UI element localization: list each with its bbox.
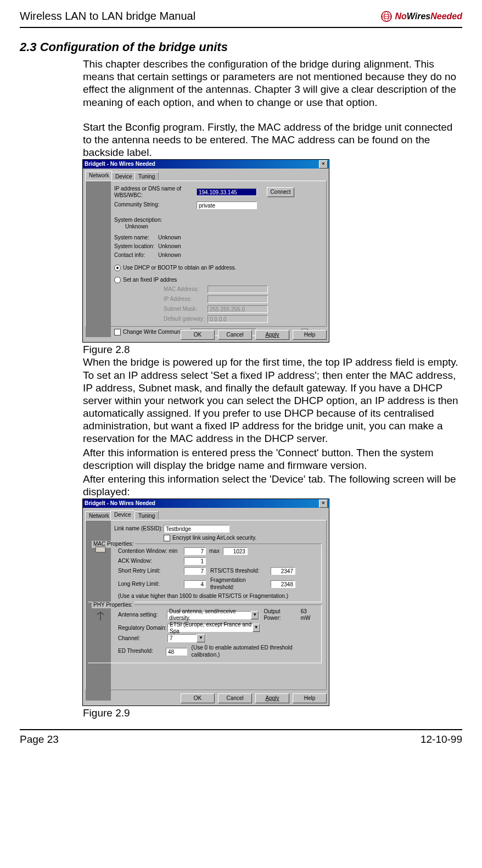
ok-button[interactable]: OK xyxy=(181,693,215,703)
connect-button[interactable]: Connect xyxy=(267,187,294,197)
channel-select[interactable]: 7▼ xyxy=(167,634,206,642)
gateway-input: 0.0.0.0 xyxy=(208,315,268,323)
ip-input[interactable]: 194.109.33.145 xyxy=(197,188,257,196)
link-name-label: Link name (ESSID): xyxy=(114,525,164,532)
svg-rect-6 xyxy=(97,555,104,556)
logo-word-wires: Wires xyxy=(407,12,430,21)
ed-label: ED Threshold: xyxy=(118,648,166,654)
output-power-label: Output Power: xyxy=(264,608,298,621)
ed-input[interactable]: 48 xyxy=(166,648,187,656)
paragraph: When the bridge is powered up for the fi… xyxy=(83,356,462,445)
lrl-label: Long Retry Limit: xyxy=(118,581,184,587)
section-heading: 2.3 Configuration of the bridge units xyxy=(20,40,462,54)
svg-rect-5 xyxy=(99,553,102,555)
chevron-down-icon[interactable]: ▼ xyxy=(197,634,205,642)
radio-dhcp-label: Use DHCP or BOOTP to obtain an IP addres… xyxy=(123,265,236,271)
subnet-input: 255.255.255.0 xyxy=(208,305,268,313)
close-icon[interactable]: × xyxy=(319,500,328,508)
output-power-value: 63 mW xyxy=(301,608,318,621)
community-input[interactable]: private xyxy=(197,201,257,209)
ack-label: ACK Window: xyxy=(118,558,184,564)
encrypt-label: Encrypt link using AirLock security. xyxy=(172,535,256,541)
tab-network[interactable]: Network xyxy=(85,511,113,519)
header-rule xyxy=(20,27,462,28)
globe-icon xyxy=(380,10,393,23)
contact-label: Contact info: xyxy=(114,252,158,259)
chevron-down-icon[interactable]: ▼ xyxy=(251,611,259,619)
window-title: BridgeIt - No Wires Needed xyxy=(85,500,155,507)
subnet-label: Subnet Mask: xyxy=(164,306,208,312)
paragraph: This chapter describes the configuration… xyxy=(83,58,462,109)
svg-rect-4 xyxy=(96,547,105,552)
paragraph: Start the Bconfig program. Firstly, the … xyxy=(83,121,462,159)
page-number: Page 23 xyxy=(20,733,59,746)
radio-fixed-label: Set an fixed IP addres xyxy=(123,277,177,283)
help-button[interactable]: Help xyxy=(293,693,327,703)
tab-device[interactable]: Device xyxy=(110,510,135,519)
radio-dhcp[interactable] xyxy=(114,265,121,271)
ok-button[interactable]: OK xyxy=(181,330,215,340)
contact-value: Unknown xyxy=(158,252,181,259)
cw-min-input[interactable]: 7 xyxy=(184,547,206,555)
tab-tuning[interactable]: Tuning xyxy=(134,511,159,519)
sysdesc-value: Unknown xyxy=(114,223,322,230)
tab-tuning[interactable]: Tuning xyxy=(134,172,159,180)
antenna-label: Antenna setting: xyxy=(118,612,167,618)
mac-note: (Use a value higher than 1600 to disable… xyxy=(118,593,318,600)
write-community-checkbox[interactable] xyxy=(114,329,121,335)
figure-caption: Figure 2.8 xyxy=(83,343,462,356)
logo-word-needed: Needed xyxy=(430,12,462,21)
cancel-button[interactable]: Cancel xyxy=(218,693,252,703)
lrl-input[interactable]: 4 xyxy=(184,580,206,588)
frag-input[interactable]: 2348 xyxy=(271,580,295,588)
apply-button[interactable]: Apply xyxy=(255,330,289,340)
antenna-select[interactable]: Dual antenna, send/receive diversity.▼ xyxy=(167,611,259,619)
help-button[interactable]: Help xyxy=(293,330,327,340)
cw-label: Contention Window: min xyxy=(118,548,184,555)
radio-fixed[interactable] xyxy=(114,277,121,283)
apply-button[interactable]: Apply xyxy=(255,693,289,703)
antenna-icon xyxy=(94,611,107,624)
ipaddr-input xyxy=(208,295,268,303)
window-title: BridgeIt - No Wires Needed xyxy=(85,161,155,167)
ip-label: IP address or DNS name of WBS/WBC: xyxy=(114,186,197,199)
svg-point-7 xyxy=(99,620,102,623)
encrypt-checkbox[interactable] xyxy=(164,535,170,541)
network-icon xyxy=(94,545,107,558)
channel-label: Channel: xyxy=(118,635,167,642)
rts-input[interactable]: 2347 xyxy=(271,567,295,575)
cancel-button[interactable]: Cancel xyxy=(218,330,252,340)
sysdesc-label: System description: xyxy=(114,217,322,223)
dialog-device: BridgeIt - No Wires Needed × Network Dev… xyxy=(83,499,329,705)
footer-rule xyxy=(20,729,462,730)
group-phy-title: PHY Properties: xyxy=(92,602,134,608)
community-label: Community String: xyxy=(114,201,197,208)
sysloc-value: Unknown xyxy=(158,243,181,250)
paragraph: After this information is entered press … xyxy=(83,446,462,472)
cw-max-input[interactable]: 1023 xyxy=(223,547,248,555)
link-name-input[interactable]: Testbridge xyxy=(164,525,229,533)
close-icon[interactable]: × xyxy=(319,160,328,169)
doc-title: Wireless LAN to LAN bridge Manual xyxy=(20,10,195,23)
logo-word-no: No xyxy=(395,12,406,21)
tab-device[interactable]: Device xyxy=(111,172,136,180)
sidebar-accent xyxy=(86,181,111,337)
reg-select[interactable]: ETSI (Europe, except France and Spa▼ xyxy=(167,624,261,632)
srl-input[interactable]: 7 xyxy=(184,567,206,575)
ack-input[interactable]: 1 xyxy=(184,557,206,565)
frag-label: Fragmentation threshold: xyxy=(210,577,271,590)
gateway-label: Default gateway: xyxy=(164,316,208,322)
sysname-label: System name: xyxy=(114,234,158,241)
ipaddr-label: IP Address: xyxy=(164,296,208,303)
page-date: 12-10-99 xyxy=(421,733,462,746)
cw-max-label: max xyxy=(206,548,223,555)
dialog-network: BridgeIt - No Wires Needed × Network Dev… xyxy=(83,160,329,342)
chevron-down-icon[interactable]: ▼ xyxy=(253,624,260,632)
mac-input xyxy=(208,285,268,293)
ed-note: (Use 0 to enable automated ED threshold … xyxy=(192,645,318,658)
write-community-label: Change Write Community: xyxy=(123,329,187,335)
tab-network[interactable]: Network xyxy=(85,171,113,180)
rts-label: RTS/CTS threshold: xyxy=(210,568,271,574)
paragraph: After entering this information select t… xyxy=(83,473,462,498)
mac-label: MAC Address: xyxy=(164,286,208,293)
